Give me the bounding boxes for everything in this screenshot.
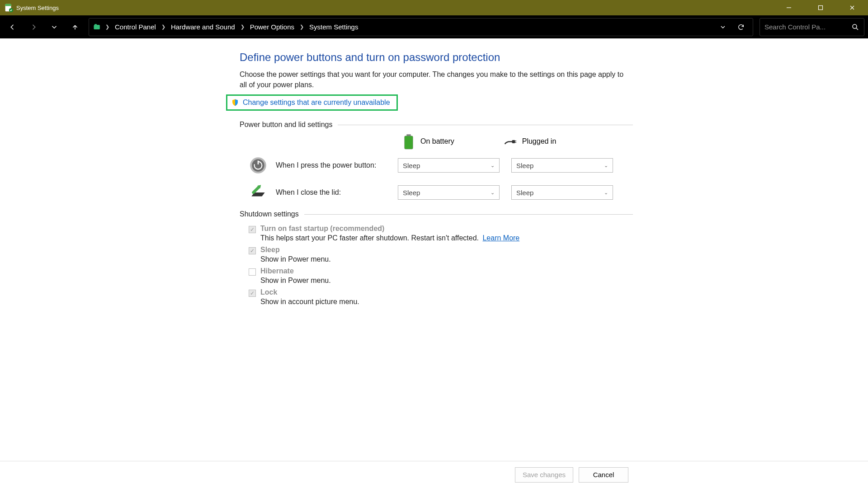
save-button[interactable]: Save changes bbox=[515, 467, 573, 483]
search-icon[interactable] bbox=[851, 23, 859, 31]
navigation-bar: ❯ Control Panel ❯ Hardware and Sound ❯ P… bbox=[0, 15, 868, 38]
battery-icon bbox=[402, 135, 415, 148]
window-title: System Settings bbox=[16, 5, 59, 11]
svg-rect-14 bbox=[512, 140, 515, 143]
dropdown-value: Sleep bbox=[516, 162, 533, 169]
forward-button[interactable] bbox=[24, 18, 42, 36]
breadcrumb-label: Power Options bbox=[250, 23, 294, 31]
option-title: Sleep bbox=[260, 246, 331, 254]
chevron-right-icon[interactable]: ❯ bbox=[104, 24, 110, 30]
location-icon bbox=[93, 23, 102, 32]
learn-more-link[interactable]: Learn More bbox=[482, 234, 519, 242]
address-dropdown-button[interactable] bbox=[715, 19, 731, 35]
close-lid-row: When I close the lid: Sleep ⌄ Sleep ⌄ bbox=[240, 183, 633, 202]
breadcrumb-label: Hardware and Sound bbox=[171, 23, 235, 31]
section-label: Power button and lid settings bbox=[240, 121, 332, 129]
setting-label: When I press the power button: bbox=[276, 161, 398, 169]
option-desc: Show in account picture menu. bbox=[260, 298, 359, 306]
section-label: Shutdown settings bbox=[240, 210, 299, 218]
power-button-battery-dropdown[interactable]: Sleep ⌄ bbox=[398, 158, 500, 173]
svg-rect-12 bbox=[405, 136, 413, 149]
lock-option: Lock Show in account picture menu. bbox=[249, 288, 633, 306]
close-lid-plugged-dropdown[interactable]: Sleep ⌄ bbox=[511, 185, 613, 200]
svg-line-10 bbox=[856, 28, 858, 30]
shield-icon bbox=[231, 99, 239, 107]
plugged-column-header: Plugged in bbox=[504, 135, 557, 148]
option-title: Lock bbox=[260, 288, 359, 296]
cancel-button[interactable]: Cancel bbox=[579, 467, 628, 483]
section-divider bbox=[338, 125, 633, 125]
breadcrumb-item-hardware[interactable]: Hardware and Sound bbox=[168, 23, 238, 31]
power-button-section: Power button and lid settings On battery… bbox=[240, 121, 633, 202]
app-icon bbox=[4, 3, 14, 13]
svg-rect-11 bbox=[406, 134, 410, 136]
dropdown-value: Sleep bbox=[403, 162, 420, 169]
option-title: Hibernate bbox=[260, 267, 331, 275]
change-settings-highlight: Change settings that are currently unava… bbox=[226, 94, 398, 111]
page-description: Choose the power settings that you want … bbox=[240, 69, 624, 90]
dropdown-value: Sleep bbox=[403, 189, 420, 197]
svg-point-9 bbox=[853, 24, 857, 28]
fast-startup-option: Turn on fast startup (recommended) This … bbox=[249, 225, 633, 242]
laptop-lid-icon bbox=[249, 183, 268, 202]
breadcrumb-item-control-panel[interactable]: Control Panel bbox=[112, 23, 159, 31]
power-button-icon bbox=[249, 156, 268, 175]
page-heading: Define power buttons and turn on passwor… bbox=[240, 51, 633, 64]
option-desc: Show in Power menu. bbox=[260, 277, 331, 285]
section-divider bbox=[304, 214, 633, 215]
breadcrumb-item-system-settings[interactable]: System Settings bbox=[307, 23, 361, 31]
recent-button[interactable] bbox=[45, 18, 63, 36]
maximize-button[interactable] bbox=[805, 0, 836, 15]
change-settings-link[interactable]: Change settings that are currently unava… bbox=[243, 99, 390, 107]
column-headers: On battery Plugged in bbox=[240, 135, 633, 148]
breadcrumb-label: System Settings bbox=[309, 23, 358, 31]
sleep-checkbox[interactable] bbox=[249, 247, 256, 254]
sleep-option: Sleep Show in Power menu. bbox=[249, 246, 633, 263]
svg-rect-7 bbox=[94, 25, 100, 29]
power-button-row: When I press the power button: Sleep ⌄ S… bbox=[240, 156, 633, 175]
search-box[interactable] bbox=[760, 18, 864, 36]
hibernate-checkbox[interactable] bbox=[249, 268, 256, 276]
breadcrumb-item-power-options[interactable]: Power Options bbox=[247, 23, 297, 31]
chevron-down-icon: ⌄ bbox=[604, 190, 608, 196]
chevron-down-icon: ⌄ bbox=[604, 163, 608, 169]
footer-buttons: Save changes Cancel bbox=[0, 461, 868, 488]
chevron-right-icon[interactable]: ❯ bbox=[240, 24, 245, 30]
close-lid-battery-dropdown[interactable]: Sleep ⌄ bbox=[398, 185, 500, 200]
address-bar[interactable]: ❯ Control Panel ❯ Hardware and Sound ❯ P… bbox=[89, 18, 753, 36]
svg-rect-4 bbox=[819, 6, 823, 10]
chevron-right-icon[interactable]: ❯ bbox=[160, 24, 166, 30]
setting-label: When I close the lid: bbox=[276, 188, 398, 197]
svg-rect-8 bbox=[94, 24, 97, 25]
fast-startup-checkbox[interactable] bbox=[249, 226, 256, 233]
lock-checkbox[interactable] bbox=[249, 290, 256, 297]
shutdown-section: Shutdown settings Turn on fast startup (… bbox=[240, 210, 633, 306]
content-area: Define power buttons and turn on passwor… bbox=[0, 38, 868, 461]
column-label: On battery bbox=[420, 137, 454, 145]
title-bar: System Settings bbox=[0, 0, 868, 15]
refresh-button[interactable] bbox=[733, 19, 749, 35]
back-button[interactable] bbox=[4, 18, 22, 36]
svg-rect-1 bbox=[5, 4, 11, 6]
plug-icon bbox=[504, 135, 517, 148]
chevron-down-icon: ⌄ bbox=[491, 163, 495, 169]
option-title: Turn on fast startup (recommended) bbox=[260, 225, 519, 233]
dropdown-value: Sleep bbox=[516, 189, 533, 197]
up-button[interactable] bbox=[66, 18, 84, 36]
battery-column-header: On battery bbox=[402, 135, 454, 148]
option-desc: This helps start your PC faster after sh… bbox=[260, 234, 519, 242]
option-desc: Show in Power menu. bbox=[260, 255, 331, 263]
search-input[interactable] bbox=[764, 23, 851, 31]
column-label: Plugged in bbox=[522, 137, 557, 145]
power-button-plugged-dropdown[interactable]: Sleep ⌄ bbox=[511, 158, 613, 173]
breadcrumb-label: Control Panel bbox=[115, 23, 156, 31]
hibernate-option: Hibernate Show in Power menu. bbox=[249, 267, 633, 285]
close-button[interactable] bbox=[836, 0, 868, 15]
chevron-down-icon: ⌄ bbox=[491, 190, 495, 196]
chevron-right-icon[interactable]: ❯ bbox=[299, 24, 305, 30]
minimize-button[interactable] bbox=[773, 0, 805, 15]
